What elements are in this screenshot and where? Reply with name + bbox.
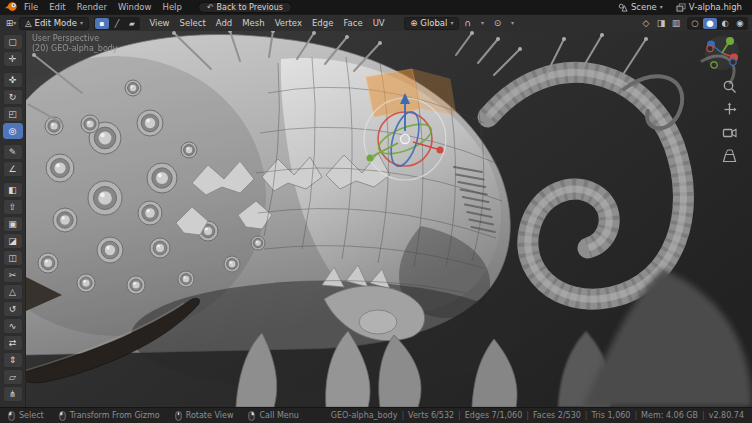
edit-mode-icon: ◬	[25, 18, 32, 28]
show-overlays-toggle[interactable]: ◨	[654, 17, 668, 30]
menu-render[interactable]: Render	[72, 0, 112, 14]
proportional-falloff-dropdown[interactable]: ▾	[505, 17, 519, 30]
vertex-select-mode-button[interactable]: ▪	[95, 18, 109, 29]
tool-scale[interactable]: ◰	[3, 106, 23, 122]
menu-face[interactable]: Face	[339, 15, 367, 32]
tool-move[interactable]: ✜	[3, 72, 23, 88]
shading-material-button[interactable]: ◐	[718, 18, 732, 29]
view-layer-name: V-alpha.high	[689, 2, 742, 12]
blender-logo-icon[interactable]	[4, 1, 18, 14]
menu-edit[interactable]: Edit	[44, 0, 70, 14]
menu-select[interactable]: Select	[175, 15, 210, 32]
gizmo-x-axis-handle[interactable]	[437, 147, 444, 154]
shading-solid-button[interactable]: ●	[703, 18, 717, 29]
tool-transform[interactable]: ◎	[3, 123, 23, 139]
view-layer-icon	[676, 3, 686, 12]
stat-faces: Faces 2/530	[533, 411, 592, 420]
menu-file[interactable]: File	[19, 0, 43, 14]
camera-view-button[interactable]	[722, 125, 737, 140]
select-mode-group: ▪ ╱ ▰	[94, 17, 140, 30]
move-view-button[interactable]	[722, 102, 737, 117]
viewport-side-buttons	[722, 79, 737, 163]
chevron-down-icon: ▾	[13, 20, 16, 26]
shading-wireframe-button[interactable]: ○	[688, 18, 702, 29]
menu-add[interactable]: Add	[211, 15, 236, 32]
viewport-header: ⊞ ▾ ◬ Edit Mode ▾ ▪ ╱ ▰ View Select Add …	[0, 14, 752, 31]
tool-shear[interactable]: ▱	[3, 369, 23, 385]
axis-z-neg-dot[interactable]	[730, 59, 736, 65]
tool-measure[interactable]: ∠	[3, 161, 23, 177]
tool-edge-slide[interactable]: ⇄	[3, 335, 23, 351]
proportional-editing-toggle[interactable]: ⊙	[490, 17, 504, 30]
gizmo-y-axis-handle[interactable]	[367, 155, 374, 162]
tool-knife[interactable]: ✂	[3, 267, 23, 283]
middle-mouse-icon	[175, 411, 182, 421]
tool-shrink-fatten[interactable]: ⇕	[3, 352, 23, 368]
back-to-previous-button[interactable]: ↶ Back to Previous	[198, 2, 292, 13]
back-to-previous-label: Back to Previous	[217, 3, 283, 12]
perspective-toggle-button[interactable]	[722, 148, 737, 163]
stat-version: v2.80.74	[709, 411, 744, 420]
transform-orientation-dropdown[interactable]: ⊕ Global ▾	[404, 17, 459, 30]
menu-vertex[interactable]: Vertex	[270, 15, 306, 32]
tool-add-cube[interactable]: ◧	[3, 182, 23, 198]
snap-settings-dropdown[interactable]: ▾	[475, 17, 489, 30]
tool-annotate[interactable]: ✎	[3, 144, 23, 160]
tool-extrude-region[interactable]: ⇧	[3, 199, 23, 215]
tool-shelf: ▢ ✛ ✜ ↻ ◰ ◎ ✎ ∠ ◧ ⇧ ▣ ◪ ◫ ✂ △ ↺ ∿ ⇄ ⇕ ▱ …	[0, 31, 26, 407]
topbar: File Edit Render Window Help ↶ Back to P…	[0, 0, 752, 14]
scene-icon	[618, 3, 628, 12]
menu-edge[interactable]: Edge	[307, 15, 337, 32]
left-mouse-icon	[59, 411, 66, 421]
menu-help[interactable]: Help	[157, 0, 186, 14]
chevron-down-icon: ▾	[511, 20, 514, 26]
scene-selector[interactable]: Scene ▾	[612, 1, 669, 13]
tool-loop-cut[interactable]: ◫	[3, 250, 23, 266]
view-layer-selector[interactable]: V-alpha.high	[670, 1, 748, 13]
orientation-label: Global	[420, 18, 447, 28]
snap-toggle[interactable]: ∩	[460, 17, 474, 30]
zoom-view-button[interactable]	[722, 79, 737, 94]
tool-poly-build[interactable]: △	[3, 284, 23, 300]
tool-rip-region[interactable]: ⋔	[3, 386, 23, 402]
navigation-gizmo[interactable]	[704, 35, 740, 71]
right-mouse-icon	[248, 411, 255, 421]
show-gizmo-toggle[interactable]: ◇	[639, 17, 653, 30]
tool-select-box[interactable]: ▢	[3, 34, 23, 50]
blender-window: File Edit Render Window Help ↶ Back to P…	[0, 0, 752, 423]
tool-bevel[interactable]: ◪	[3, 233, 23, 249]
tool-rotate[interactable]: ↻	[3, 89, 23, 105]
stat-object-name: GEO-alpha_body	[331, 411, 408, 420]
tool-smooth[interactable]: ∿	[3, 318, 23, 334]
menu-view[interactable]: View	[145, 15, 174, 32]
tool-inset-faces[interactable]: ▣	[3, 216, 23, 232]
status-bar: Select Transform From Gizmo Rotate View …	[0, 407, 752, 423]
back-arrow-icon: ↶	[207, 3, 214, 12]
hint-select: Select	[8, 411, 44, 421]
left-mouse-icon	[8, 411, 15, 421]
axis-x-neg-dot[interactable]	[707, 45, 713, 51]
viewport-canvas[interactable]	[26, 31, 752, 407]
chevron-down-icon: ▾	[481, 20, 484, 26]
edge-select-mode-button[interactable]: ╱	[110, 18, 124, 29]
gizmo-center-handle[interactable]	[401, 135, 410, 144]
menu-window[interactable]: Window	[113, 0, 157, 14]
shading-mode-group: ○ ● ◐ ◉	[687, 17, 748, 30]
shading-rendered-button[interactable]: ◉	[733, 18, 747, 29]
axis-y-dot[interactable]	[726, 37, 734, 45]
hint-call-menu: Call Menu	[248, 411, 298, 421]
editor-type-icon: ⊞	[6, 18, 14, 28]
mode-selector[interactable]: ◬ Edit Mode ▾	[19, 17, 89, 30]
axis-y-neg-dot[interactable]	[711, 62, 717, 68]
tool-spin[interactable]: ↺	[3, 301, 23, 317]
orientation-globe-icon: ⊕	[410, 18, 417, 28]
menu-uv[interactable]: UV	[368, 15, 389, 32]
stat-tris: Tris 1,060	[592, 411, 642, 420]
tool-cursor[interactable]: ✛	[3, 51, 23, 67]
xray-toggle[interactable]: ▥	[669, 17, 683, 30]
editor-type-button[interactable]: ⊞ ▾	[4, 17, 18, 30]
perspective-grid-icon	[722, 148, 737, 163]
face-select-mode-button[interactable]: ▰	[125, 18, 139, 29]
viewport-3d[interactable]: User Perspective (20) GEO-alpha_body	[26, 31, 752, 407]
menu-mesh[interactable]: Mesh	[238, 15, 269, 32]
